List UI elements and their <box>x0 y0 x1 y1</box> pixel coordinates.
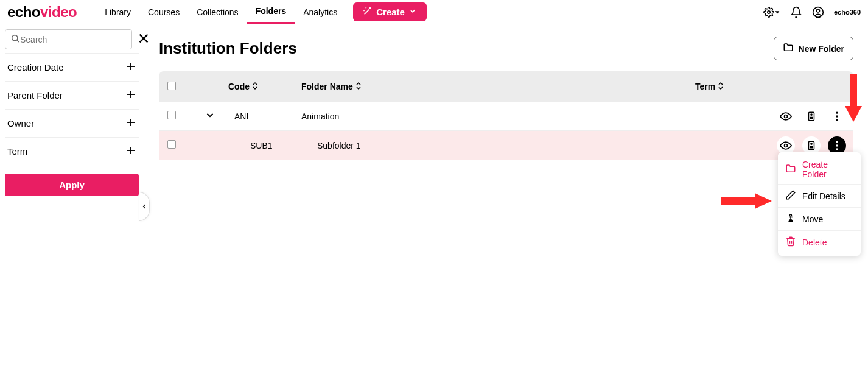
ctx-label: Move <box>802 214 823 224</box>
ctx-move[interactable]: Move <box>778 208 861 231</box>
svg-point-31 <box>836 148 838 150</box>
plus-icon <box>125 117 136 130</box>
bell-icon[interactable] <box>790 6 802 18</box>
filter-creation-date[interactable]: Creation Date <box>5 53 139 81</box>
svg-point-24 <box>785 144 788 147</box>
cell-name: Subfolder 1 <box>301 141 695 150</box>
expand-chevron-icon[interactable] <box>205 110 215 122</box>
table-row[interactable]: SUB1 Subfolder 1 <box>159 131 853 160</box>
page-title: Institution Folders <box>159 39 297 58</box>
more-menu-button[interactable] <box>828 136 846 155</box>
table-header: Code Folder Name Term <box>159 71 853 102</box>
svg-point-4 <box>12 35 18 41</box>
plus-icon <box>125 145 136 158</box>
cell-name: Animation <box>301 111 695 121</box>
svg-point-30 <box>836 144 838 146</box>
col-term[interactable]: Term <box>695 82 768 92</box>
nav-analytics[interactable]: Analytics <box>295 0 346 24</box>
create-label: Create <box>376 7 405 17</box>
svg-point-32 <box>790 214 792 216</box>
search-input[interactable] <box>20 35 127 44</box>
cell-code: ANI <box>228 111 301 121</box>
logo[interactable]: echovideo <box>7 4 77 21</box>
svg-point-23 <box>836 119 838 121</box>
ctx-edit-details[interactable]: Edit Details <box>778 185 861 208</box>
folders-table: Code Folder Name Term <box>159 71 853 160</box>
folder-icon <box>785 163 796 176</box>
svg-marker-1 <box>775 11 780 13</box>
svg-point-16 <box>785 115 788 118</box>
col-code[interactable]: Code <box>228 82 301 92</box>
row-checkbox[interactable] <box>167 140 176 149</box>
folder-icon <box>783 42 794 55</box>
svg-point-0 <box>768 10 771 13</box>
row-checkbox[interactable] <box>167 111 176 119</box>
nav-courses[interactable]: Courses <box>139 0 188 24</box>
sort-icon <box>252 82 258 92</box>
context-menu: Create Folder Edit Details Move Delete <box>778 152 861 256</box>
nav-collections[interactable]: Collections <box>188 0 247 24</box>
filter-label: Term <box>7 146 27 157</box>
select-all-checkbox[interactable] <box>167 82 176 90</box>
main-content: Institution Folders New Folder Code Fold… <box>144 24 868 388</box>
plus-icon <box>125 61 136 74</box>
ctx-delete[interactable]: Delete <box>778 231 861 253</box>
magic-wand-icon <box>363 6 373 18</box>
svg-marker-34 <box>755 193 772 209</box>
main-nav: Library Courses Collections Folders Anal… <box>96 0 346 24</box>
eye-icon[interactable] <box>777 107 795 125</box>
ctx-label: Create Folder <box>802 160 853 179</box>
filter-parent-folder[interactable]: Parent Folder <box>5 81 139 109</box>
filter-owner[interactable]: Owner <box>5 109 139 137</box>
svg-point-26 <box>811 143 812 144</box>
col-folder-name[interactable]: Folder Name <box>301 82 695 92</box>
col-term-label: Term <box>695 82 715 91</box>
sidebar: Creation Date Parent Folder Owner Term A… <box>0 24 144 388</box>
col-code-label: Code <box>228 82 250 91</box>
ctx-create-folder[interactable]: Create Folder <box>778 155 861 185</box>
new-folder-button[interactable]: New Folder <box>774 37 853 60</box>
cell-code: SUB1 <box>228 141 301 150</box>
sort-icon <box>355 82 362 92</box>
nav-folders[interactable]: Folders <box>247 0 295 24</box>
svg-point-18 <box>811 113 812 115</box>
svg-point-22 <box>836 115 838 117</box>
ctx-label: Delete <box>802 238 827 247</box>
sort-icon <box>718 82 724 92</box>
col-folder-name-label: Folder Name <box>301 82 353 91</box>
svg-point-21 <box>836 111 838 113</box>
pencil-icon <box>785 189 796 202</box>
svg-line-5 <box>17 40 19 42</box>
svg-point-3 <box>816 9 819 12</box>
brand-tag: echo360 <box>834 9 861 16</box>
apply-button[interactable]: Apply <box>5 174 139 196</box>
new-folder-label: New Folder <box>799 44 844 54</box>
filter-label: Creation Date <box>7 62 64 72</box>
search-input-wrap[interactable] <box>5 29 132 49</box>
badge-icon[interactable] <box>802 107 821 125</box>
filter-label: Owner <box>7 118 34 129</box>
annotation-arrow-down <box>842 74 864 123</box>
annotation-arrow-right <box>721 191 773 211</box>
svg-marker-33 <box>845 106 862 122</box>
user-icon[interactable] <box>812 6 824 18</box>
chevron-down-icon <box>408 7 417 17</box>
settings-dropdown[interactable] <box>763 7 780 18</box>
plus-icon <box>125 89 136 102</box>
table-row[interactable]: ANI Animation <box>159 102 853 131</box>
filter-term[interactable]: Term <box>5 137 139 165</box>
svg-point-29 <box>836 141 838 143</box>
trash-icon <box>785 236 796 249</box>
logo-video: video <box>40 4 77 21</box>
logo-echo: echo <box>7 4 40 21</box>
filter-label: Parent Folder <box>7 90 63 101</box>
ctx-label: Edit Details <box>802 191 845 201</box>
create-button[interactable]: Create <box>353 2 427 21</box>
eye-icon[interactable] <box>777 136 795 155</box>
nav-library[interactable]: Library <box>96 0 139 24</box>
search-icon <box>10 34 20 45</box>
move-icon <box>785 213 796 225</box>
badge-icon[interactable] <box>802 136 821 155</box>
